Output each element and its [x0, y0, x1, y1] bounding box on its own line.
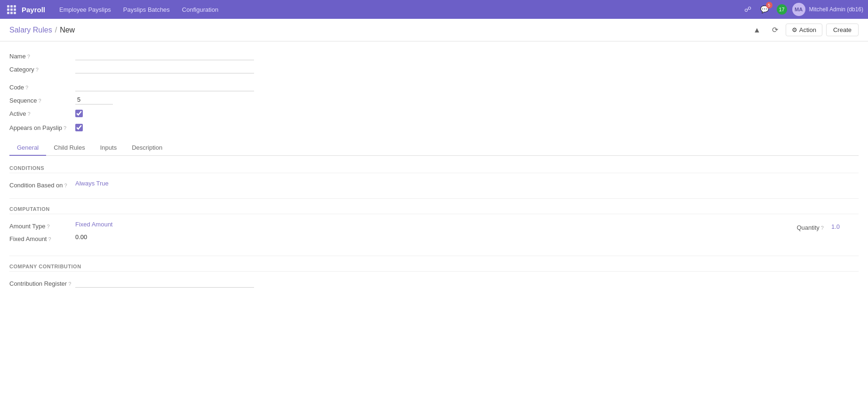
sequence-input[interactable]: [75, 95, 113, 105]
amount-type-value-wrapper: Fixed Amount: [75, 221, 245, 228]
condition-based-on-help-icon[interactable]: ?: [64, 183, 67, 188]
amount-type-help-icon[interactable]: ?: [47, 224, 49, 229]
fixed-amount-value-wrapper: 0.00: [75, 233, 245, 241]
condition-based-on-label: Condition Based on ?: [9, 180, 75, 189]
category-label: Category ?: [9, 64, 75, 73]
clock-icon[interactable]: 17: [775, 3, 788, 16]
breadcrumb: Salary Rules / New: [9, 26, 75, 34]
code-help-icon[interactable]: ?: [25, 85, 28, 90]
code-input-wrapper: [75, 82, 245, 91]
chat-badge: 5: [766, 2, 772, 8]
main-content: Name ? Category ? Code ?: [0, 41, 868, 306]
active-checkbox-wrapper: [75, 108, 245, 119]
navbar-item-employee-payslips[interactable]: Employee Payslips: [54, 3, 117, 16]
sequence-row: Sequence ?: [9, 95, 859, 105]
company-contribution-section-header: COMPANY CONTRIBUTION: [9, 264, 859, 272]
fixed-amount-help-icon[interactable]: ?: [48, 236, 51, 242]
code-input[interactable]: [75, 82, 254, 91]
appears-on-payslip-checkbox[interactable]: [75, 124, 83, 131]
chat-icon[interactable]: 💬 5: [758, 3, 772, 16]
appears-on-payslip-label: Appears on Payslip ?: [9, 122, 75, 131]
fixed-amount-value: 0.00: [75, 232, 87, 241]
quantity-col: Quantity ? 1.0: [796, 221, 840, 231]
quantity-help-icon[interactable]: ?: [821, 225, 824, 231]
conditions-divider: [9, 198, 859, 199]
conditions-section-header: CONDITIONS: [9, 165, 859, 173]
fixed-amount-label: Fixed Amount ?: [9, 233, 75, 242]
active-label: Active ?: [9, 108, 75, 117]
tab-general[interactable]: General: [9, 140, 46, 156]
computation-section-header: COMPUTATION: [9, 206, 859, 214]
quantity-value[interactable]: 1.0: [831, 223, 840, 230]
navbar-item-configuration[interactable]: Configuration: [176, 3, 224, 16]
create-button[interactable]: Create: [826, 24, 859, 36]
name-input-wrapper: [75, 51, 245, 60]
tab-child-rules[interactable]: Child Rules: [46, 140, 92, 156]
appears-on-payslip-checkbox-wrapper: [75, 122, 245, 133]
appears-on-payslip-row: Appears on Payslip ?: [9, 122, 859, 133]
gear-icon: ⚙: [792, 26, 797, 33]
tab-inputs[interactable]: Inputs: [93, 140, 124, 156]
page-header: Salary Rules / New ▲ ⟳ ⚙ Action Create: [0, 19, 868, 41]
contribution-register-input[interactable]: [75, 278, 254, 288]
navbar-right: ☍ 💬 5 17 MA Mitchell Admin (db16): [741, 3, 863, 16]
appears-on-payslip-help-icon[interactable]: ?: [64, 125, 66, 131]
refresh-icon[interactable]: ⟳: [768, 24, 782, 36]
navbar: Payroll Employee Payslips Payslips Batch…: [0, 0, 868, 19]
navbar-menu: Employee Payslips Payslips Batches Confi…: [54, 3, 738, 16]
code-row: Code ?: [9, 82, 859, 91]
name-row: Name ?: [9, 51, 859, 60]
company-contribution-section: COMPANY CONTRIBUTION Contribution Regist…: [9, 264, 859, 288]
user-avatar[interactable]: MA: [792, 3, 805, 16]
tabs: General Child Rules Inputs Description: [9, 140, 859, 156]
app-name: Payroll: [22, 6, 45, 14]
upload-icon[interactable]: ▲: [749, 24, 764, 36]
active-checkbox[interactable]: [75, 110, 83, 117]
condition-based-on-value-wrapper: Always True: [75, 180, 245, 187]
action-button-label: Action: [799, 26, 816, 33]
amount-type-value[interactable]: Fixed Amount: [75, 221, 113, 228]
header-actions: ▲ ⟳ ⚙ Action Create: [749, 24, 859, 36]
sequence-label: Sequence ?: [9, 95, 75, 104]
amount-type-label: Amount Type ?: [9, 221, 75, 230]
conditions-section: CONDITIONS Condition Based on ? Always T…: [9, 165, 859, 189]
form-section: Name ? Category ? Code ?: [9, 51, 859, 133]
name-help-icon[interactable]: ?: [27, 54, 30, 59]
condition-based-on-row: Condition Based on ? Always True: [9, 180, 859, 189]
condition-based-on-value[interactable]: Always True: [75, 180, 109, 187]
action-button[interactable]: ⚙ Action: [786, 24, 822, 36]
notification-icon[interactable]: ☍: [741, 3, 755, 16]
contribution-register-row: Contribution Register ?: [9, 278, 859, 288]
breadcrumb-separator: /: [55, 26, 57, 34]
computation-main-row: Amount Type ? Fixed Amount Fixed Amount …: [9, 221, 859, 246]
user-initials: MA: [795, 7, 803, 12]
name-input[interactable]: [75, 51, 254, 60]
clock-badge[interactable]: 17: [777, 4, 787, 15]
active-help-icon[interactable]: ?: [27, 111, 30, 117]
navbar-item-payslips-batches[interactable]: Payslips Batches: [118, 3, 175, 16]
fixed-amount-row: Fixed Amount ? 0.00: [9, 233, 796, 242]
computation-section: COMPUTATION Amount Type ? Fixed Amount: [9, 206, 859, 246]
contribution-register-label: Contribution Register ?: [9, 278, 75, 287]
contribution-register-value-wrapper: [75, 278, 245, 288]
breadcrumb-current: New: [60, 26, 75, 34]
user-name[interactable]: Mitchell Admin (db16): [809, 6, 863, 13]
sequence-input-wrapper: [75, 95, 245, 105]
active-row: Active ?: [9, 108, 859, 119]
name-label: Name ?: [9, 51, 75, 60]
amount-type-row: Amount Type ? Fixed Amount: [9, 221, 796, 230]
code-label: Code ?: [9, 82, 75, 91]
category-input[interactable]: [75, 64, 254, 73]
computation-left-col: Amount Type ? Fixed Amount Fixed Amount …: [9, 221, 796, 246]
computation-divider: [9, 256, 859, 256]
grid-menu-icon[interactable]: [5, 3, 18, 16]
sequence-help-icon[interactable]: ?: [39, 98, 41, 104]
category-row: Category ?: [9, 64, 859, 73]
category-help-icon[interactable]: ?: [36, 67, 39, 72]
quantity-label: Quantity ?: [796, 222, 824, 231]
category-input-wrapper: [75, 64, 245, 73]
contribution-register-help-icon[interactable]: ?: [68, 281, 71, 287]
breadcrumb-parent[interactable]: Salary Rules: [9, 26, 52, 34]
tab-description[interactable]: Description: [124, 140, 170, 156]
tab-content-general: CONDITIONS Condition Based on ? Always T…: [9, 156, 859, 306]
